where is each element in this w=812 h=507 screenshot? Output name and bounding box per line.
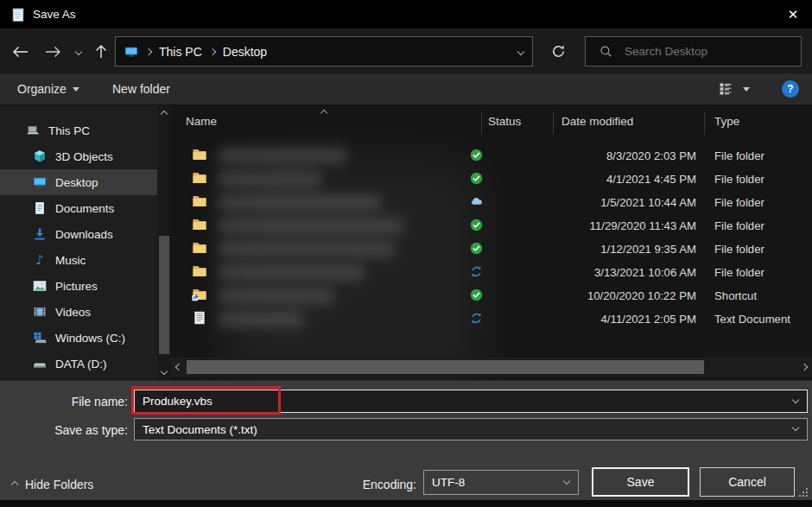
scroll-down-icon[interactable]	[157, 364, 171, 378]
redacted-file-name	[218, 148, 347, 164]
sidebar-scrollbar[interactable]	[157, 105, 171, 380]
hide-folders-chevron-icon	[11, 481, 18, 488]
refresh-button[interactable]	[541, 36, 575, 67]
new-folder-label: New folder	[112, 82, 170, 96]
date-modified-cell: 11/29/2020 11:43 AM	[551, 219, 696, 232]
type-cell: Text Document	[714, 313, 790, 326]
redacted-file-name	[218, 194, 382, 211]
sidebar-item-pictures[interactable]: Pictures	[0, 273, 157, 299]
close-button[interactable]: ✕	[774, 0, 812, 29]
save-form-panel: File name: Save as type: Text Documents …	[0, 380, 812, 507]
date-modified-cell: 8/3/2020 2:03 PM	[551, 149, 696, 162]
file-row[interactable]: 3/13/2021 10:06 AMFile folder	[171, 261, 812, 284]
videos-icon	[33, 305, 47, 319]
file-row[interactable]: 1/5/2021 10:44 AMFile folder	[171, 191, 812, 214]
view-mode-button[interactable]	[719, 73, 750, 105]
music-icon: ♪	[33, 253, 47, 267]
date-modified-cell: 4/1/2021 4:45 PM	[551, 173, 696, 186]
help-icon: ?	[782, 80, 799, 98]
status-synced-icon	[470, 172, 484, 186]
scroll-left-icon[interactable]	[172, 360, 186, 374]
address-dropdown-icon[interactable]	[517, 48, 524, 54]
folder-shortcut-icon	[192, 288, 207, 302]
column-separator	[553, 112, 554, 135]
status-synced-icon	[470, 219, 484, 232]
column-header-date-modified[interactable]: Date modified	[561, 115, 633, 128]
help-button[interactable]: ?	[782, 73, 799, 105]
address-bar[interactable]: This PC Desktop	[115, 36, 533, 67]
date-modified-cell: 3/13/2021 10:06 AM	[551, 266, 696, 279]
column-separator	[481, 112, 482, 135]
scroll-up-icon[interactable]	[157, 107, 171, 121]
column-header-type[interactable]: Type	[714, 115, 739, 128]
type-cell: File folder	[714, 196, 764, 209]
sidebar-item-this-pc[interactable]: This PC	[0, 117, 157, 143]
redacted-file-name	[218, 218, 403, 234]
back-button[interactable]	[7, 36, 33, 67]
notepad-icon	[10, 7, 26, 22]
sidebar-item-data-d[interactable]: DATA (D:)	[0, 351, 157, 377]
resize-grip[interactable]	[799, 488, 808, 497]
new-folder-button[interactable]: New folder	[112, 73, 170, 105]
file-row[interactable]: 4/11/2021 2:05 PMText Document	[171, 307, 812, 331]
search-input[interactable]	[623, 44, 801, 59]
sidebar-item-label: Downloads	[55, 228, 113, 241]
status-syncing-icon	[470, 265, 484, 279]
file-row[interactable]: 1/12/2021 9:35 AMFile folder	[171, 238, 812, 261]
sidebar-item-videos[interactable]: Videos	[0, 299, 157, 325]
redacted-file-name	[218, 241, 395, 257]
file-row[interactable]: 11/29/2020 11:43 AMFile folder	[171, 214, 812, 238]
encoding-dropdown-icon[interactable]	[563, 477, 570, 484]
breadcrumb-this-pc[interactable]: This PC	[159, 45, 202, 59]
cube-icon	[33, 149, 47, 163]
sidebar-item-label: 3D Objects	[55, 150, 113, 163]
type-cell: File folder	[714, 149, 764, 162]
forward-button[interactable]	[40, 36, 66, 67]
file-row[interactable]: 8/3/2020 2:03 PMFile folder	[171, 144, 812, 168]
file-name-dropdown-icon[interactable]	[792, 396, 799, 402]
up-button[interactable]	[90, 36, 112, 67]
redacted-file-name	[218, 311, 304, 327]
breadcrumb-separator-icon	[145, 48, 152, 54]
date-modified-cell: 1/12/2021 9:35 AM	[551, 243, 696, 256]
organize-button[interactable]: Organize	[17, 73, 79, 105]
recent-locations-chevron-icon[interactable]	[71, 36, 86, 67]
file-row[interactable]: 10/20/2020 10:22 PMShortcut	[171, 284, 812, 307]
save-button[interactable]: Save	[592, 467, 689, 497]
status-syncing-icon	[470, 312, 484, 326]
type-cell: Shortcut	[714, 289, 757, 302]
horizontal-scrollbar-thumb[interactable]	[187, 360, 704, 374]
column-separator	[704, 112, 705, 135]
encoding-select[interactable]: UTF-8	[423, 470, 579, 495]
hide-folders-label: Hide Folders	[25, 478, 93, 491]
save-as-type-select[interactable]: Text Documents (*.txt)	[134, 418, 808, 440]
cancel-button[interactable]: Cancel	[700, 467, 795, 497]
hide-folders-button[interactable]: Hide Folders	[12, 474, 93, 495]
column-header-name[interactable]: Name	[186, 115, 217, 128]
type-cell: File folder	[714, 219, 764, 232]
folder-icon	[192, 264, 207, 279]
sidebar-item-3d-objects[interactable]: 3D Objects	[0, 143, 157, 169]
sidebar-item-desktop[interactable]: Desktop	[0, 169, 157, 195]
search-box[interactable]	[585, 36, 802, 67]
sort-ascending-icon	[320, 110, 327, 117]
type-cell: File folder	[714, 266, 764, 279]
sidebar-item-label: Videos	[55, 306, 91, 319]
sidebar-item-windows-c[interactable]: Windows (C:)	[0, 325, 157, 351]
sidebar-scrollbar-thumb[interactable]	[159, 236, 169, 354]
scroll-right-icon[interactable]	[797, 360, 811, 374]
sidebar-item-documents[interactable]: Documents	[0, 195, 157, 221]
sidebar-item-downloads[interactable]: Downloads	[0, 221, 157, 247]
redacted-file-name	[218, 288, 334, 304]
window-title: Save As	[33, 8, 76, 21]
save-as-type-dropdown-icon[interactable]	[792, 424, 799, 431]
save-as-dialog: Save As ✕ This PC Desktop	[0, 0, 812, 507]
navigation-bar: This PC Desktop	[0, 29, 812, 73]
drive-icon	[33, 357, 47, 371]
folder-icon	[192, 148, 207, 162]
horizontal-scrollbar[interactable]	[171, 358, 812, 377]
column-header-status[interactable]: Status	[488, 115, 521, 128]
file-row[interactable]: 4/1/2021 4:45 PMFile folder	[171, 168, 812, 191]
breadcrumb-desktop[interactable]: Desktop	[223, 45, 267, 59]
sidebar-item-music[interactable]: ♪Music	[0, 247, 157, 273]
